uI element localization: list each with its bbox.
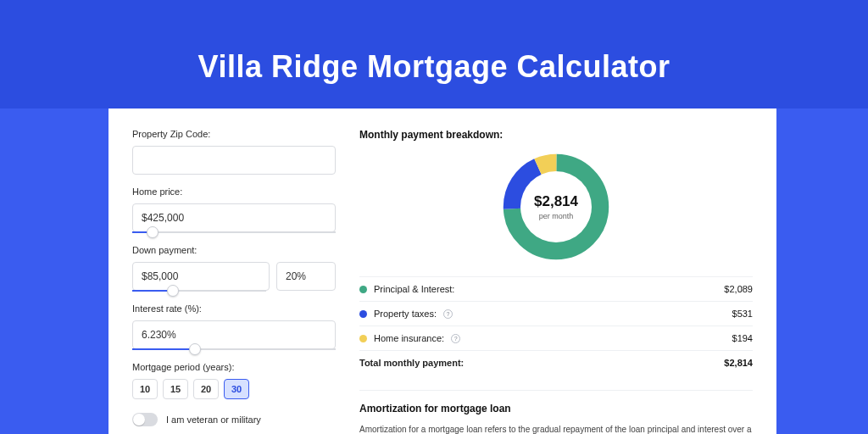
home-price-input[interactable] <box>132 203 336 232</box>
home-price-field: Home price: <box>132 186 336 233</box>
veteran-label: I am veteran or military <box>166 415 261 425</box>
interest-slider[interactable] <box>132 348 336 350</box>
form-column: Property Zip Code: Home price: Down paym… <box>132 129 336 434</box>
period-btn-30[interactable]: 30 <box>224 379 249 399</box>
legend-value-total: $2,814 <box>724 358 753 368</box>
zip-input[interactable] <box>132 146 336 175</box>
interest-label: Interest rate (%): <box>132 303 336 314</box>
calculator-panel: Property Zip Code: Home price: Down paym… <box>108 108 776 434</box>
donut-sub: per month <box>539 212 574 220</box>
down-payment-pct-input[interactable] <box>276 262 336 291</box>
header-band: Villa Ridge Mortgage Calculator <box>0 0 868 108</box>
info-icon[interactable]: ? <box>451 334 460 343</box>
dot-taxes-icon <box>359 310 367 318</box>
zip-field: Property Zip Code: <box>132 129 336 175</box>
legend-row-taxes: Property taxes: ? $531 <box>359 301 753 326</box>
legend-label-taxes: Property taxes: <box>374 309 437 319</box>
veteran-row: I am veteran or military <box>132 413 336 426</box>
info-icon[interactable]: ? <box>443 309 453 319</box>
veteran-toggle-knob <box>133 414 145 426</box>
veteran-toggle[interactable] <box>132 413 158 426</box>
breakdown-title: Monthly payment breakdown: <box>359 129 753 141</box>
home-price-slider[interactable] <box>132 231 336 233</box>
legend-label-insurance: Home insurance: <box>374 333 444 343</box>
amortization-text: Amortization for a mortgage loan refers … <box>359 423 753 434</box>
dot-insurance-icon <box>359 335 367 342</box>
home-price-label: Home price: <box>132 186 336 197</box>
legend-value-insurance: $194 <box>732 333 753 343</box>
zip-label: Property Zip Code: <box>132 129 336 139</box>
period-btn-10[interactable]: 10 <box>132 379 158 399</box>
down-payment-slider[interactable] <box>132 290 266 292</box>
donut-chart: $2,814 per month <box>502 153 610 261</box>
dot-principal-icon <box>359 286 367 293</box>
legend-value-taxes: $531 <box>732 309 753 319</box>
period-btn-15[interactable]: 15 <box>163 379 188 399</box>
period-label: Mortgage period (years): <box>132 362 336 372</box>
interest-input[interactable] <box>132 320 336 349</box>
page-title: Villa Ridge Mortgage Calculator <box>0 0 868 85</box>
amortization-title: Amortization for mortgage loan <box>359 403 753 415</box>
legend-row-insurance: Home insurance: ? $194 <box>359 326 753 350</box>
interest-slider-thumb[interactable] <box>189 343 201 355</box>
period-options: 10 15 20 30 <box>132 379 336 399</box>
breakdown-column: Monthly payment breakdown: $2,814 per mo… <box>359 129 753 434</box>
period-btn-20[interactable]: 20 <box>193 379 219 399</box>
legend-row-principal: Principal & Interest: $2,089 <box>359 276 753 301</box>
donut-wrap: $2,814 per month <box>359 153 753 261</box>
down-payment-input[interactable] <box>132 262 270 291</box>
down-payment-slider-thumb[interactable] <box>167 285 179 297</box>
home-price-slider-thumb[interactable] <box>147 226 159 238</box>
donut-center: $2,814 per month <box>520 171 592 242</box>
legend-label-principal: Principal & Interest: <box>374 284 454 294</box>
amortization-section: Amortization for mortgage loan Amortizat… <box>359 390 753 434</box>
down-payment-field: Down payment: <box>132 245 336 292</box>
interest-field: Interest rate (%): <box>132 303 336 350</box>
period-field: Mortgage period (years): 10 15 20 30 <box>132 362 336 399</box>
legend-value-principal: $2,089 <box>724 284 753 294</box>
legend-label-total: Total monthly payment: <box>359 358 464 368</box>
donut-amount: $2,814 <box>534 193 578 210</box>
legend-row-total: Total monthly payment: $2,814 <box>359 350 753 375</box>
down-payment-label: Down payment: <box>132 245 336 255</box>
